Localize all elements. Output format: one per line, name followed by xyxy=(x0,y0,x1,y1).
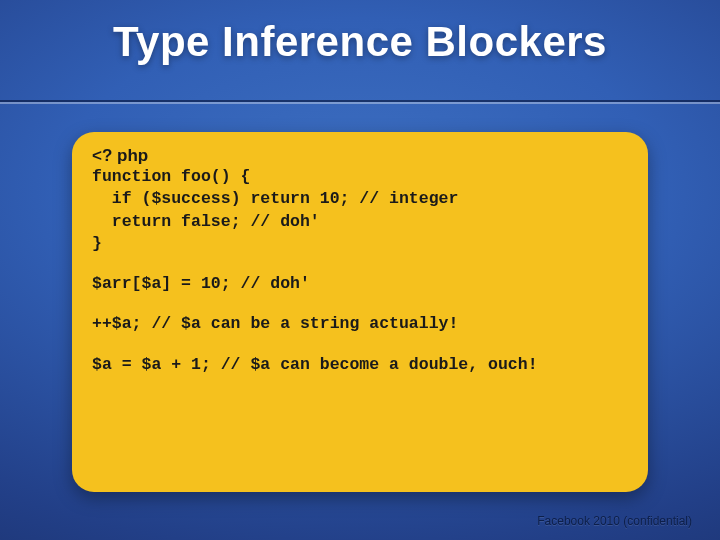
divider-bottom xyxy=(0,102,720,104)
code-panel: <? php function foo() { if ($success) re… xyxy=(72,132,648,492)
slide: Type Inference Blockers <? php function … xyxy=(0,0,720,540)
code-line-if: if ($success) return 10; // integer xyxy=(92,188,628,210)
code-line-close: } xyxy=(92,233,628,255)
code-open-tag: <? php xyxy=(92,146,628,166)
slide-title: Type Inference Blockers xyxy=(0,18,720,66)
spacer xyxy=(92,295,628,313)
code-line-fn: function foo() { xyxy=(92,166,628,188)
code-line-return: return false; // doh' xyxy=(92,211,628,233)
footer-label: Facebook 2010 (confidential) xyxy=(537,514,692,528)
spacer xyxy=(92,255,628,273)
code-line-inc: ++$a; // $a can be a string actually! xyxy=(92,313,628,335)
spacer xyxy=(92,336,628,354)
code-line-sum: $a = $a + 1; // $a can become a double, … xyxy=(92,354,628,376)
code-line-arr: $arr[$a] = 10; // doh' xyxy=(92,273,628,295)
